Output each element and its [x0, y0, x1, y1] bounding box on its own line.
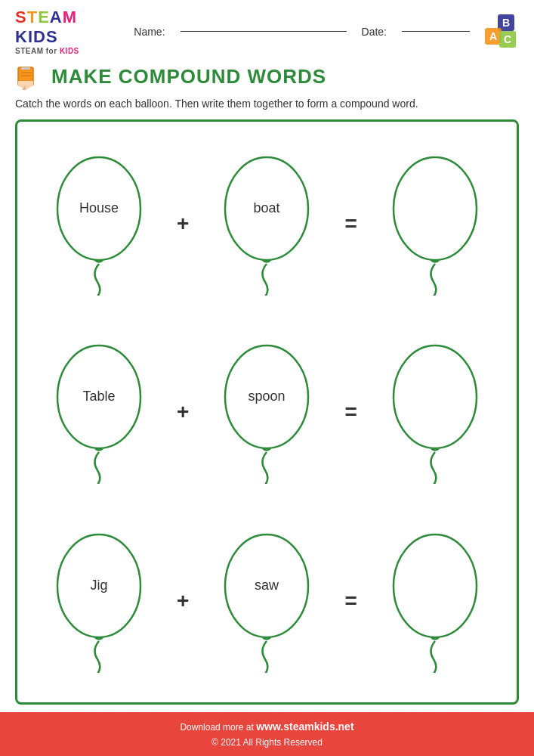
operator-1: +: [171, 212, 194, 236]
logo-e: E: [38, 8, 50, 26]
instructions: Catch the words on each balloon. Then wr…: [0, 96, 534, 119]
balloon-svg-3-1: Jig: [46, 529, 152, 673]
balloon-svg-1-3: [382, 152, 488, 296]
footer-copyright: © 2021 All Rights Reserved: [15, 736, 519, 750]
logo-subtitle: STEAM for KIDS: [15, 47, 79, 55]
svg-rect-10: [21, 67, 30, 70]
rows-container: House + boat =: [32, 129, 502, 695]
logo-kids: KIDS: [60, 47, 79, 55]
balloon-3-1: Jig: [39, 529, 159, 673]
footer: Download more at www.steamkids.net © 202…: [0, 712, 534, 756]
footer-download: Download more at www.steamkids.net: [15, 718, 519, 735]
name-label: Name:: [134, 26, 165, 38]
balloon-svg-2-3: [382, 340, 488, 484]
svg-text:House: House: [79, 200, 119, 215]
balloon-1-1: House: [39, 152, 159, 296]
balloon-2-3: [375, 340, 495, 484]
balloon-svg-1-1: House: [46, 152, 152, 296]
abc-blocks-icon: B A C: [481, 13, 519, 51]
main-content: House + boat =: [0, 119, 534, 712]
svg-point-27: [394, 534, 477, 637]
balloon-3-2: saw: [206, 529, 327, 673]
operator-3: +: [171, 589, 194, 613]
page-title: MAKE COMPOUND WORDS: [51, 65, 326, 88]
header: STEAM KIDS STEAM for KIDS Name: Date: B …: [0, 0, 534, 59]
svg-text:B: B: [502, 17, 510, 29]
word-row-3: Jig + saw =: [32, 529, 502, 673]
word-row-2: Table + spoon =: [32, 340, 502, 484]
svg-text:spoon: spoon: [248, 389, 286, 404]
svg-point-22: [394, 345, 477, 448]
header-fields: Name: Date:: [134, 26, 470, 38]
footer-url: www.steamkids.net: [256, 720, 353, 733]
logo-kids-word: KIDS: [15, 27, 58, 46]
svg-text:C: C: [504, 33, 511, 45]
logo-a: A: [50, 8, 63, 26]
title-section: MAKE COMPOUND WORDS: [0, 59, 534, 96]
equals-2: =: [340, 400, 363, 424]
svg-text:Jig: Jig: [91, 578, 108, 593]
balloon-svg-2-2: spoon: [214, 340, 319, 484]
footer-download-text: Download more at: [180, 722, 256, 733]
logo-t: T: [27, 8, 38, 26]
svg-text:boat: boat: [254, 200, 280, 215]
balloon-svg-3-2: saw: [214, 529, 319, 673]
word-row-1: House + boat =: [32, 152, 502, 296]
footer-text: Download more at www.steamkids.net © 202…: [15, 718, 519, 750]
logo-for: STEAM for: [15, 47, 60, 55]
svg-rect-7: [18, 81, 33, 85]
pencil-icon: [15, 63, 42, 90]
name-line: [181, 31, 347, 32]
instructions-text: Catch the words on each balloon. Then wr…: [15, 98, 418, 110]
page: STEAM KIDS STEAM for KIDS Name: Date: B …: [0, 0, 534, 756]
svg-point-17: [394, 157, 477, 260]
svg-text:A: A: [489, 30, 497, 42]
logo-s: S: [15, 8, 27, 26]
operator-2: +: [171, 400, 194, 424]
svg-text:Table: Table: [83, 389, 116, 404]
balloon-svg-2-1: Table: [46, 340, 152, 484]
date-label: Date:: [362, 26, 387, 38]
logo-steam: STEAM KIDS: [15, 8, 122, 47]
balloon-1-2: boat: [206, 152, 327, 296]
balloon-svg-3-3: [382, 529, 488, 673]
logo: STEAM KIDS STEAM for KIDS: [15, 8, 122, 55]
logo-m: M: [63, 8, 77, 26]
date-line: [402, 31, 470, 32]
balloon-2-2: spoon: [206, 340, 327, 484]
svg-text:saw: saw: [255, 578, 279, 593]
balloon-1-3: [375, 152, 495, 296]
worksheet-box: House + boat =: [15, 119, 519, 705]
balloon-3-3: [375, 529, 495, 673]
balloon-2-1: Table: [39, 340, 159, 484]
equals-1: =: [340, 212, 363, 236]
footer-scallop: [0, 712, 534, 718]
balloon-svg-1-2: boat: [214, 152, 319, 296]
equals-3: =: [340, 589, 363, 613]
